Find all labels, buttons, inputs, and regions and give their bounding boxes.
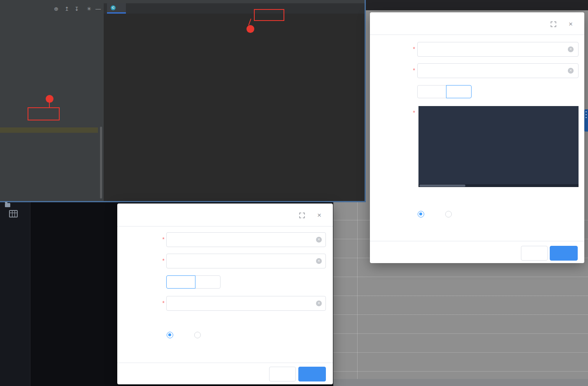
ide-window: ⊕ ↥ ↧ ✳ — C (0, 0, 366, 202)
status-disabled-radio[interactable] (194, 332, 201, 338)
project-panel-header: ⊕ ↥ ↧ ✳ — (0, 4, 104, 14)
cancel-button[interactable] (521, 246, 548, 261)
divider (370, 241, 584, 241)
close-icon[interactable]: × (317, 211, 321, 220)
annotation-badge-2 (246, 25, 254, 33)
annotation-msg-interface-box (28, 107, 60, 120)
project-panel: ⊕ ↥ ↧ ✳ — (0, 3, 104, 201)
form-row-code: × (117, 232, 333, 247)
annotation-impl-class-box (254, 9, 284, 21)
confirm-button[interactable] (298, 367, 326, 381)
editor-tab[interactable]: C (107, 3, 126, 14)
fullscreen-icon[interactable] (299, 213, 305, 218)
form-row-exec-mode (117, 275, 333, 290)
hide-panel-icon[interactable]: — (95, 6, 101, 12)
name-input[interactable] (417, 63, 579, 78)
clear-icon[interactable]: × (568, 46, 574, 52)
impl-class-input[interactable] (166, 296, 326, 311)
form-row-status (117, 331, 333, 346)
tree-scrollbar[interactable] (100, 127, 102, 199)
divider (370, 35, 584, 35)
clear-icon[interactable]: × (568, 68, 574, 74)
scroll-to-top-icon[interactable]: ↥ (65, 6, 69, 12)
form-row-status (370, 210, 584, 225)
edit-dialog-impl: × × × × (117, 203, 333, 384)
exec-mode-impl-button[interactable] (417, 85, 446, 98)
ide-breadcrumb (0, 0, 365, 3)
form-row-name: × (117, 254, 333, 268)
table-grid-icon (9, 210, 18, 217)
table-gridline (357, 201, 358, 379)
class-icon: C (111, 5, 116, 10)
fullscreen-icon[interactable] (551, 21, 556, 27)
clear-icon[interactable]: × (316, 258, 322, 264)
name-input[interactable] (166, 254, 326, 268)
field-label (163, 257, 165, 264)
editor-hscrollbar[interactable] (418, 184, 579, 187)
form-row-name: × (370, 63, 584, 78)
scroll-to-bottom-icon[interactable]: ↧ (74, 6, 79, 12)
code-input[interactable] (166, 232, 326, 247)
status-enabled-radio[interactable] (167, 332, 173, 338)
clear-icon[interactable]: × (316, 300, 322, 306)
admin-sidebar (0, 201, 30, 386)
form-row-exec-mode (370, 85, 584, 100)
theme-affix-tab[interactable] (584, 109, 588, 132)
exec-mode-script-button[interactable] (195, 275, 221, 289)
locate-file-icon[interactable]: ⊕ (54, 6, 58, 12)
divider (117, 226, 333, 227)
folder-icon (5, 203, 10, 207)
exec-mode-impl-button[interactable] (166, 275, 195, 289)
form-row-impl-class: × (117, 296, 333, 311)
code-input[interactable] (417, 42, 579, 57)
exec-mode-script-button[interactable] (446, 85, 472, 98)
divider (117, 363, 333, 363)
field-label (413, 46, 415, 52)
close-icon[interactable]: × (569, 20, 573, 28)
annotation-badge-1 (46, 95, 53, 103)
field-label (413, 67, 415, 74)
status-enabled-radio[interactable] (418, 211, 424, 217)
tree-item-controller[interactable] (5, 201, 12, 209)
clear-icon[interactable]: × (316, 237, 322, 243)
field-label (163, 300, 165, 306)
tree-highlight-row (0, 127, 98, 133)
cancel-button[interactable] (269, 367, 296, 381)
bookmarks-bar (362, 0, 588, 10)
field-label (163, 236, 165, 243)
groovy-script-editor[interactable] (418, 106, 579, 187)
form-row-code: × (370, 42, 584, 57)
code-editor[interactable] (104, 14, 365, 201)
edit-dialog-script: × × × (370, 12, 584, 263)
admin-footer-strip (333, 379, 588, 386)
status-disabled-radio[interactable] (445, 211, 452, 217)
editor-tab-strip: C (104, 3, 365, 14)
confirm-button[interactable] (550, 246, 578, 261)
gear-icon[interactable]: ✳ (87, 6, 91, 12)
field-label (413, 109, 415, 116)
